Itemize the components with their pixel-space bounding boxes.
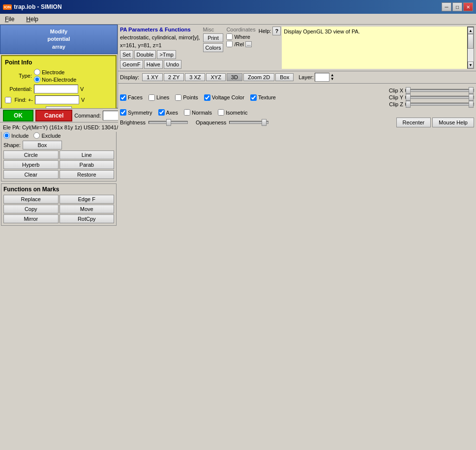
clear-button[interactable]: Clear <box>3 170 59 179</box>
non-electrode-radio[interactable] <box>34 76 40 83</box>
isometric-checkbox[interactable] <box>218 109 224 116</box>
mirror-button[interactable]: Mirror <box>3 214 59 223</box>
where-checkbox[interactable] <box>226 33 233 40</box>
potential-input[interactable]: 0 <box>34 85 78 93</box>
display-zoom2d-button[interactable]: Zoom 2D <box>243 73 274 81</box>
texture-checkbox[interactable] <box>250 94 257 101</box>
misc-title: Misc <box>203 27 224 32</box>
colors-button[interactable]: Colors <box>203 43 224 52</box>
checkboxes-row1: Faces Lines Points Voltage Color <box>120 88 474 107</box>
help-label-area: Help: ? <box>259 27 281 69</box>
axes-label: Axes <box>166 110 178 116</box>
copy-button[interactable]: Copy <box>3 205 59 213</box>
find-unit: V <box>81 97 85 103</box>
include-radio-item: Include <box>3 132 29 139</box>
close-button[interactable]: ✕ <box>463 2 473 11</box>
clip-z-label: Clip Z <box>386 101 403 107</box>
layer-label: Layer: <box>298 74 314 80</box>
rel-checkbox[interactable] <box>226 41 233 47</box>
window-controls: ─ □ ✕ <box>442 2 473 11</box>
ok-button[interactable]: OK <box>3 110 33 121</box>
electrode-radio[interactable] <box>34 69 40 75</box>
maximize-button[interactable]: □ <box>452 2 462 11</box>
layer-input[interactable]: 0 <box>315 73 329 82</box>
include-radio[interactable] <box>3 132 10 139</box>
display-3xz-button[interactable]: 3 XZ <box>185 73 205 81</box>
circle-button[interactable]: Circle <box>3 150 59 159</box>
find-input[interactable]: 0 <box>35 95 79 104</box>
set-button[interactable]: Set <box>120 50 133 59</box>
menu-file[interactable]: File <box>2 15 17 24</box>
window-title: trap.iob - SIMION <box>14 3 61 10</box>
opaqueness-thumb[interactable] <box>262 119 267 126</box>
menu-bar: File Help <box>0 14 476 25</box>
normals-label: Normals <box>192 110 212 116</box>
faces-checkbox[interactable] <box>120 94 126 101</box>
clip-y-label: Clip Y <box>386 94 403 100</box>
rotcpy-button[interactable]: RotCpy <box>60 214 115 223</box>
symmetry-label: Symmetry <box>128 110 152 116</box>
clip-y-slider[interactable] <box>405 96 474 99</box>
edge-f-button[interactable]: Edge F <box>60 195 115 204</box>
line-button[interactable]: Line <box>60 150 115 159</box>
scroll-down-arrow[interactable]: ▼ <box>468 61 474 68</box>
modify-pa-button[interactable]: Modify potential array <box>0 25 118 54</box>
display-2zy-button[interactable]: 2 ZY <box>164 73 184 81</box>
help-area: Help: ? Display OpenGL 3D view of PA. ▲ … <box>259 27 474 69</box>
undo-button[interactable]: Undo <box>164 60 181 69</box>
clip-z-slider[interactable] <box>405 103 474 106</box>
find-field-row: Find: +- 0 V <box>5 95 113 104</box>
display-xyz-button[interactable]: XYZ <box>206 73 225 81</box>
voltage-color-checkbox[interactable] <box>204 94 210 101</box>
scroll-thumb[interactable] <box>468 34 474 49</box>
pa-buttons-row1: Set Double >Tmp <box>120 50 200 59</box>
hyperb-button[interactable]: Hyperb <box>3 160 59 169</box>
tmp-button[interactable]: >Tmp <box>157 50 176 59</box>
recenter-button[interactable]: Recenter <box>396 118 431 127</box>
parab-button[interactable]: Parab <box>60 160 115 169</box>
cancel-button[interactable]: Cancel <box>35 110 72 121</box>
normals-checkbox[interactable] <box>184 109 190 116</box>
axes-checkbox-row: Axes <box>158 109 178 116</box>
display-label: Display: <box>120 74 139 80</box>
opaqueness-label: Opaqueness <box>196 120 226 125</box>
points-label: Points <box>183 94 198 100</box>
marks-buttons-grid: Circle Line Hyperb Parab Clear Restore <box>3 150 114 179</box>
axes-checkbox[interactable] <box>158 109 165 116</box>
move-button[interactable]: Move <box>60 205 115 213</box>
mouse-help-button[interactable]: Mouse Help <box>432 118 474 127</box>
shape-box-button[interactable]: Box <box>23 141 62 150</box>
help-scrollbar[interactable]: ▲ ▼ <box>467 27 474 69</box>
opaqueness-slider-item: Opaqueness <box>196 120 268 125</box>
restore-button[interactable]: Restore <box>60 170 115 179</box>
exclude-radio[interactable] <box>33 132 40 139</box>
shape-row: Shape: Box <box>3 141 114 150</box>
minimize-button[interactable]: ─ <box>442 2 451 11</box>
display-3d-button[interactable]: 3D <box>227 73 242 81</box>
display-box-button[interactable]: Box <box>275 73 294 81</box>
brightness-slider[interactable] <box>149 121 188 124</box>
help-label: Help: <box>259 28 271 34</box>
help-question-button[interactable]: ? <box>272 27 281 35</box>
rel-button[interactable]: ... <box>245 41 252 47</box>
symmetry-checkbox[interactable] <box>120 109 126 116</box>
lines-checkbox[interactable] <box>149 94 155 101</box>
geomf-button[interactable]: GeomF <box>120 60 143 69</box>
normals-checkbox-row: Normals <box>184 109 212 116</box>
scroll-up-arrow[interactable]: ▲ <box>468 27 474 34</box>
print-button[interactable]: Print <box>203 33 224 42</box>
title-bar-left: ION trap.iob - SIMION <box>3 3 62 10</box>
clip-x-slider[interactable] <box>405 89 474 92</box>
clip-x-label: Clip X <box>386 88 403 93</box>
double-button[interactable]: Double <box>134 50 156 59</box>
menu-help[interactable]: Help <box>23 15 41 24</box>
find-checkbox[interactable] <box>5 97 11 103</box>
display-1xy-button[interactable]: 1 XY <box>142 73 163 81</box>
layer-down-arrow[interactable]: ▼ <box>330 77 334 81</box>
halve-button[interactable]: Halve <box>144 60 163 69</box>
points-checkbox[interactable] <box>175 94 181 101</box>
brightness-thumb[interactable] <box>166 119 171 126</box>
potential-field-row: Potential: 0 V <box>5 85 113 93</box>
opaqueness-slider[interactable] <box>229 121 268 124</box>
replace-button[interactable]: Replace <box>3 195 59 204</box>
